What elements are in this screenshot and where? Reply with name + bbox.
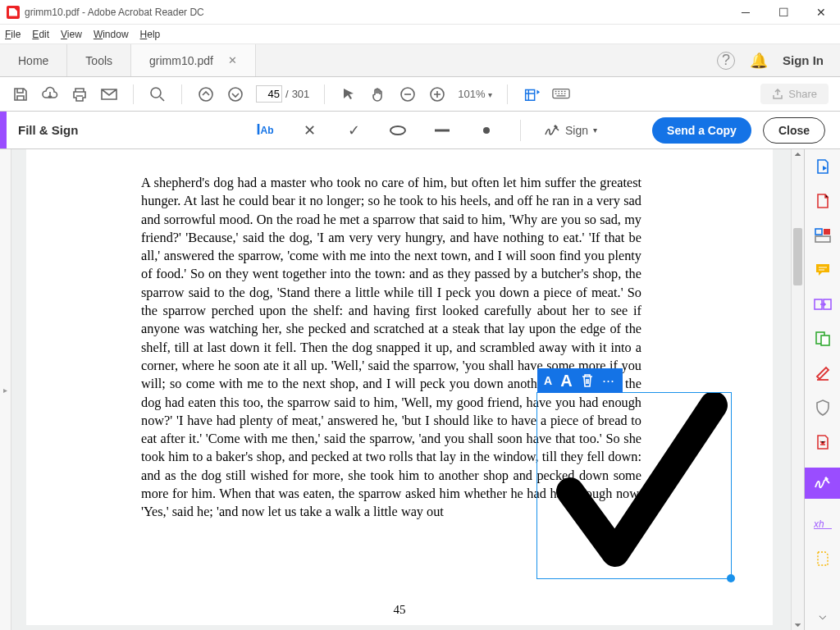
left-panel-toggle[interactable]: ▸ — [0, 149, 11, 630]
close-window-button[interactable]: ✕ — [802, 0, 840, 25]
tool-dot[interactable] — [476, 120, 497, 141]
tab-close-icon[interactable]: ✕ — [228, 54, 237, 66]
page-down-icon[interactable] — [226, 85, 244, 103]
rail-more-tools-icon[interactable] — [814, 550, 832, 568]
zoom-level[interactable]: 101% ▾ — [458, 88, 492, 100]
window-title: grimm10.pdf - Adobe Acrobat Reader DC — [25, 7, 204, 18]
svg-point-6 — [390, 126, 405, 135]
menu-window[interactable]: Window — [94, 29, 129, 40]
tool-add-text[interactable]: IAb — [254, 120, 276, 141]
keyboard-icon[interactable] — [552, 85, 570, 103]
pointer-icon[interactable] — [340, 85, 358, 103]
tab-home[interactable]: Home — [0, 44, 67, 76]
print-icon[interactable] — [71, 85, 89, 103]
tool-line[interactable] — [431, 120, 453, 141]
notifications-icon[interactable]: 🔔 — [750, 52, 768, 70]
close-panel-button[interactable]: Close — [763, 117, 825, 144]
save-icon[interactable] — [11, 85, 30, 103]
tab-tools[interactable]: Tools — [67, 44, 131, 76]
tool-check[interactable]: ✓ — [343, 120, 364, 141]
cloud-icon[interactable] — [41, 85, 59, 103]
vertical-scrollbar[interactable]: 🞁 🞃 — [791, 149, 804, 630]
svg-rect-11 — [815, 236, 830, 242]
rail-combine-icon[interactable] — [814, 295, 832, 313]
document-page: A shepherd's dog had a master who took n… — [26, 149, 773, 625]
app-icon — [7, 6, 20, 19]
maximize-button[interactable]: ☐ — [765, 0, 802, 25]
rail-create-pdf-icon[interactable] — [814, 192, 832, 210]
menu-help[interactable]: Help — [140, 29, 161, 40]
fill-sign-title: Fill & Sign — [18, 123, 78, 137]
rail-export-icon[interactable] — [814, 158, 832, 176]
svg-rect-10 — [824, 229, 830, 235]
menubar: File Edit View Window Help — [0, 25, 840, 44]
annot-delete-icon[interactable] — [581, 373, 594, 388]
scroll-down-icon[interactable]: 🞃 — [792, 619, 804, 628]
rail-redact-icon[interactable] — [814, 364, 832, 382]
rail-fill-sign-icon[interactable] — [805, 468, 841, 499]
svg-text:xh: xh — [814, 518, 824, 530]
page-indicator: / 301 — [256, 85, 309, 103]
scrollbar-thumb[interactable] — [793, 228, 802, 285]
content-area: ▸ A shepherd's dog had a master who took… — [0, 149, 840, 630]
main-toolbar: / 301 101% ▾ Share — [0, 77, 840, 112]
svg-point-0 — [151, 88, 161, 98]
annot-increase-size[interactable]: A — [560, 372, 572, 390]
document-page-number: 45 — [26, 603, 773, 617]
titlebar: grimm10.pdf - Adobe Acrobat Reader DC ─ … — [0, 0, 840, 25]
annotation-checkmark[interactable]: A A ⋯ — [536, 392, 732, 579]
right-tool-rail: xh ⌵ — [804, 149, 840, 630]
share-button[interactable]: Share — [760, 84, 829, 104]
menu-view[interactable]: View — [61, 29, 82, 40]
zoom-out-find-icon[interactable] — [148, 85, 167, 103]
send-copy-button[interactable]: Send a Copy — [652, 117, 751, 144]
page-total: 301 — [292, 88, 310, 100]
zoom-out-icon[interactable] — [399, 85, 417, 103]
menu-file[interactable]: File — [5, 29, 21, 40]
tool-cross[interactable]: ✕ — [299, 120, 320, 141]
page-current-input[interactable] — [256, 85, 282, 103]
svg-point-8 — [483, 127, 490, 134]
rail-protect-icon[interactable] — [814, 399, 832, 417]
svg-rect-9 — [815, 229, 822, 235]
minimize-button[interactable]: ─ — [727, 0, 765, 25]
checkmark-icon — [537, 393, 733, 580]
svg-rect-15 — [821, 336, 829, 345]
rail-comment-icon[interactable] — [814, 261, 832, 279]
zoom-in-icon[interactable] — [428, 85, 446, 103]
tab-document-label: grimm10.pdf — [149, 54, 213, 67]
annotation-toolbar: A A ⋯ — [537, 368, 623, 393]
fit-width-icon[interactable] — [523, 85, 541, 103]
tool-sign[interactable]: Sign ▾ — [544, 123, 597, 138]
annot-more-icon[interactable]: ⋯ — [602, 373, 616, 388]
annot-decrease-size[interactable]: A — [544, 374, 552, 387]
rail-collapse-icon[interactable]: ⌵ — [814, 605, 832, 623]
rail-compress-icon[interactable] — [814, 433, 832, 451]
svg-point-1 — [199, 88, 212, 101]
help-icon[interactable]: ? — [717, 52, 735, 70]
tool-circle[interactable] — [387, 120, 409, 141]
scroll-up-icon[interactable]: 🞁 — [792, 151, 804, 160]
rail-edit-pdf-icon[interactable] — [814, 226, 832, 244]
fill-sign-toolbar: Fill & Sign IAb ✕ ✓ Sign ▾ Send a Copy C… — [0, 112, 840, 149]
svg-point-2 — [229, 88, 242, 101]
menu-edit[interactable]: Edit — [32, 29, 49, 40]
fill-sign-accent — [0, 112, 7, 148]
tab-document[interactable]: grimm10.pdf ✕ — [131, 44, 256, 76]
tabbar: Home Tools grimm10.pdf ✕ ? 🔔 Sign In — [0, 44, 840, 77]
annotation-resize-handle[interactable] — [727, 574, 735, 582]
rail-sign-icon[interactable]: xh — [814, 515, 832, 533]
document-viewport[interactable]: A shepherd's dog had a master who took n… — [11, 149, 804, 630]
sign-in-link[interactable]: Sign In — [783, 53, 824, 67]
email-icon[interactable] — [100, 85, 118, 103]
page-up-icon[interactable] — [197, 85, 215, 103]
hand-icon[interactable] — [369, 85, 387, 103]
rail-organize-icon[interactable] — [814, 330, 832, 348]
